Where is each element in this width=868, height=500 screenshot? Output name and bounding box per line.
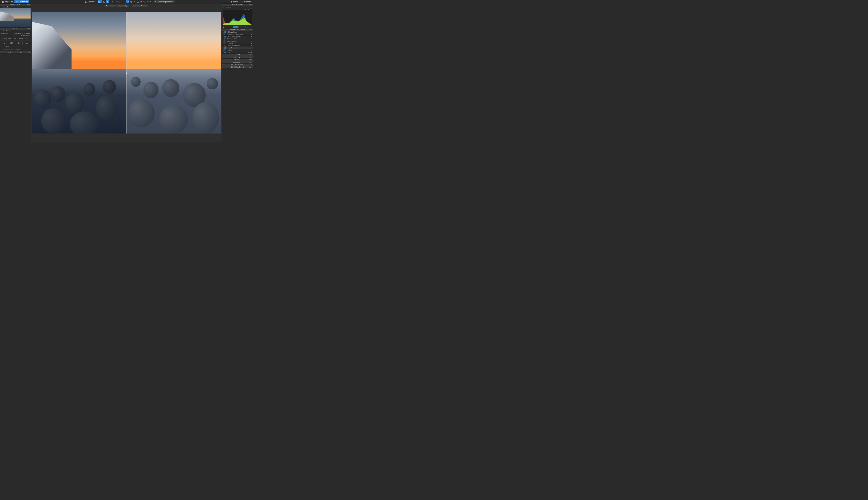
tool-toggle[interactable] — [225, 45, 226, 46]
tool-menu-icon[interactable] — [251, 34, 252, 35]
image-viewport[interactable] — [32, 12, 221, 134]
zoom-level[interactable]: 78 % — [115, 1, 120, 3]
tool-menu-icon[interactable] — [251, 52, 252, 53]
expand-icon[interactable]: ▶ — [223, 32, 224, 33]
fit-button[interactable] — [103, 0, 106, 3]
highlight-clip-icon[interactable]: ✦ — [225, 26, 226, 28]
close-icon[interactable]: × — [223, 66, 224, 68]
tool-crop[interactable] — [129, 0, 133, 3]
move-zoom-header[interactable]: × MOVE/ZOOM ▾ — [0, 3, 31, 6]
panel-menu-icon[interactable]: ▾ — [250, 64, 252, 66]
tool-row[interactable]: ▶White Balance — [222, 31, 253, 33]
section-header[interactable]: ×DXO FILMPACK▾ — [222, 66, 253, 68]
close-icon[interactable]: × — [223, 61, 224, 63]
tool-row[interactable]: ▶DxO ClearView — [222, 40, 253, 42]
tool-redeye[interactable] — [146, 0, 149, 3]
tool-menu-icon[interactable] — [251, 41, 252, 42]
close-icon[interactable]: × — [1, 28, 1, 30]
close-icon[interactable]: × — [223, 54, 224, 56]
panel-menu-icon[interactable]: ▾ — [250, 66, 252, 68]
section-header[interactable]: ×COLOR▾ — [222, 56, 253, 58]
panel-menu-icon[interactable]: ▾ — [250, 4, 252, 5]
tool-row[interactable]: ▶Color Accentuation — [222, 45, 253, 47]
panel-menu-icon[interactable]: ▾ — [250, 56, 252, 58]
shadow-clip-icon[interactable]: ◐ — [223, 26, 224, 28]
panel-menu-icon[interactable]: ▾ — [250, 54, 252, 56]
exif-header[interactable]: × EXIF ▾ — [0, 27, 31, 30]
preset-editor-header[interactable]: × PRESET EDITOR ▾ — [0, 51, 31, 54]
compare-mode-dropdown[interactable] — [98, 0, 102, 3]
presets-button[interactable]: Presets — [240, 0, 252, 3]
zoom-dropdown[interactable] — [121, 0, 124, 3]
zoom-11-button[interactable]: 1:1 — [111, 1, 113, 3]
channel-g[interactable]: G — [242, 26, 245, 28]
panel-menu-icon[interactable]: ▾ — [250, 29, 252, 31]
exif-copyright-value[interactable]: Mathieu Langlois — [9, 48, 20, 50]
tool-toggle[interactable] — [225, 38, 226, 40]
tool-toggle[interactable] — [225, 52, 226, 53]
tool-menu-icon[interactable] — [251, 43, 252, 44]
section-header[interactable]: ×DXO VIEWPOINT▾ — [222, 64, 253, 66]
tool-toggle[interactable] — [225, 34, 226, 35]
channel-rgb[interactable]: RGB — [233, 26, 239, 28]
tool-wb-picker[interactable] — [126, 0, 129, 3]
expand-icon[interactable]: ▶ — [223, 43, 224, 44]
section-header[interactable]: ×LIGHT▾ — [222, 54, 253, 56]
close-icon[interactable]: × — [223, 64, 224, 66]
close-icon[interactable]: × — [1, 52, 1, 53]
tool-toggle[interactable] — [225, 31, 226, 33]
channel-l[interactable]: L — [249, 26, 252, 28]
tool-keystone[interactable] — [139, 0, 142, 3]
panel-menu-icon[interactable]: ▾ — [250, 59, 252, 60]
channel-r[interactable]: R — [239, 26, 242, 28]
tool-row[interactable]: ▶CropAuto — [222, 52, 253, 54]
tool-menu-icon[interactable] — [251, 48, 252, 48]
section-header[interactable]: ×GEOMETRY▾ — [222, 61, 253, 64]
close-icon[interactable]: × — [223, 59, 224, 60]
tool-menu-icon[interactable] — [251, 38, 252, 39]
expand-icon[interactable]: ▶ — [223, 41, 224, 42]
panel-menu-icon[interactable]: ▾ — [27, 52, 30, 53]
histogram-header[interactable]: × HISTOGRAM ▾ — [222, 3, 253, 6]
expand-icon[interactable]: ▶ — [223, 34, 224, 35]
exif-subheader[interactable]: ▼Exif Editor — [0, 30, 31, 32]
tool-dropdown[interactable] — [149, 0, 152, 3]
tool-row[interactable]: ▶Horizon — [222, 49, 253, 52]
tool-menu-icon[interactable] — [251, 45, 252, 46]
tool-repair[interactable] — [143, 0, 146, 3]
expand-icon[interactable]: ▶ — [223, 45, 224, 46]
tool-row[interactable]: ▶Contrast — [222, 42, 253, 45]
local-adjustments-button[interactable]: Local adjustments — [153, 0, 175, 3]
tool-menu-icon[interactable] — [251, 36, 252, 37]
pan-button[interactable] — [106, 0, 109, 3]
tool-menu-icon[interactable] — [251, 50, 252, 50]
panel-menu-icon[interactable]: ▾ — [27, 28, 30, 30]
tool-toggle[interactable] — [225, 40, 226, 42]
tool-horizon[interactable] — [133, 0, 136, 3]
histogram-subheader[interactable]: ▼Histogram — [222, 6, 253, 8]
organize-button[interactable]: Organize — [1, 0, 14, 3]
tool-row[interactable]: ▶Exposure Compensation — [222, 33, 253, 36]
close-icon[interactable]: × — [1, 4, 1, 5]
expand-icon[interactable]: ▶ — [223, 38, 224, 39]
channel-b[interactable]: B — [245, 26, 249, 28]
tool-menu-icon[interactable] — [251, 32, 252, 33]
close-icon[interactable]: × — [223, 4, 224, 5]
customize-button[interactable]: Customize — [14, 0, 29, 3]
expand-icon[interactable]: ▶ — [223, 36, 224, 37]
tool-toggle[interactable] — [225, 47, 226, 49]
tool-perspective[interactable] — [136, 0, 139, 3]
tool-toggle[interactable] — [225, 36, 226, 37]
tool-row[interactable]: ▶Selective Tone — [222, 38, 253, 40]
tool-row[interactable]: ▶DxO Smart Lighting — [222, 36, 253, 38]
panel-menu-icon[interactable]: ▾ — [27, 4, 30, 5]
tool-toggle[interactable] — [225, 43, 226, 44]
tool-row[interactable]: ▶Noise ReductionAuto — [222, 47, 253, 49]
essential-tools-header[interactable]: × ESSENTIAL TOOLS ▾ — [222, 29, 253, 31]
navigator-thumbnail[interactable] — [0, 8, 31, 27]
compare-button[interactable]: Compare — [83, 0, 97, 3]
section-header[interactable]: ×DETAIL▾ — [222, 58, 253, 61]
expand-icon[interactable]: ▶ — [223, 52, 224, 53]
tool-toggle[interactable] — [225, 49, 226, 51]
close-icon[interactable]: × — [223, 29, 224, 31]
